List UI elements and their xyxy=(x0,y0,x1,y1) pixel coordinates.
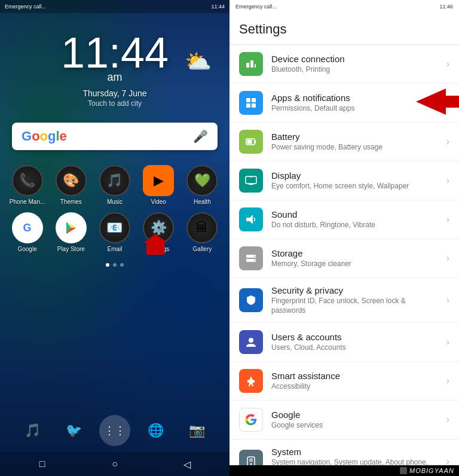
svg-rect-26 xyxy=(247,380,249,383)
dock-chrome[interactable]: 🌐 xyxy=(140,415,172,446)
svg-marker-4 xyxy=(143,234,167,255)
chevron-icon: › xyxy=(446,175,449,186)
sound-icon xyxy=(239,208,263,231)
left-status-bar: Emergency call... 11:44 xyxy=(0,0,230,13)
app-settings[interactable]: ⚙️ Settings xyxy=(140,212,177,252)
clock-date: Thursday, 7 June xyxy=(12,89,218,98)
dot-3 xyxy=(120,263,124,267)
app-google[interactable]: G Google xyxy=(9,212,45,252)
app-icon-img: 🎵 xyxy=(99,165,130,196)
chevron-icon: › xyxy=(446,214,449,225)
security-sub: Fingerprint ID, Face unlock, Screen lock… xyxy=(271,297,442,315)
sound-sub: Do not disturb, Ringtone, Vibrate xyxy=(271,221,442,230)
settings-header: Settings xyxy=(230,13,459,45)
storage-name: Storage xyxy=(271,248,442,258)
nav-triangle[interactable]: ◁ xyxy=(178,458,196,470)
chevron-icon: › xyxy=(446,414,449,425)
app-themes[interactable]: 🎨 Themes xyxy=(53,165,89,205)
dock-apps[interactable]: ⋮⋮ xyxy=(99,415,130,446)
app-icon-img: ▶ xyxy=(143,165,174,196)
chevron-icon: › xyxy=(446,337,449,347)
system-name: System xyxy=(271,447,442,457)
settings-item-google[interactable]: Google Google services › xyxy=(230,401,459,440)
app-label: Themes xyxy=(60,199,82,205)
nav-circle[interactable]: ○ xyxy=(106,458,124,470)
app-icon-img: 📞 xyxy=(12,165,43,196)
display-icon xyxy=(239,169,263,193)
app-gallery[interactable]: 🏛 Gallery xyxy=(184,212,221,252)
app-icon-img: 📧 xyxy=(99,212,130,243)
dock-camera[interactable]: 📷 xyxy=(182,415,213,446)
chevron-icon: › xyxy=(446,456,449,465)
google-settings-name: Google xyxy=(271,410,442,420)
google-settings-text: Google Google services xyxy=(271,410,442,431)
users-icon xyxy=(239,330,263,354)
google-logo: Google xyxy=(22,129,67,144)
settings-item-device-connection[interactable]: Device connection Bluetooth, Printing › xyxy=(230,45,459,84)
app-label: Gallery xyxy=(193,246,212,252)
google-settings-icon xyxy=(239,408,263,432)
app-icon-img: 🎨 xyxy=(56,165,87,196)
settings-item-apps-notifications[interactable]: Apps & notifications Permissions, Defaul… xyxy=(230,84,459,123)
app-phone-manager[interactable]: 📞 Phone Man... xyxy=(9,165,45,205)
svg-rect-32 xyxy=(249,460,253,462)
nav-square[interactable]: □ xyxy=(33,458,51,470)
page-dots xyxy=(0,263,230,267)
app-label: Music xyxy=(107,199,123,205)
svg-rect-29 xyxy=(252,385,254,386)
app-music[interactable]: 🎵 Music xyxy=(96,165,133,205)
app-health[interactable]: 💚 Health xyxy=(184,165,221,205)
settings-item-sound[interactable]: Sound Do not disturb, Ringtone, Vibrate … xyxy=(230,200,459,239)
app-play-store[interactable]: Play Store xyxy=(53,212,89,252)
app-label: Play Store xyxy=(57,246,85,252)
dot-1 xyxy=(106,263,109,267)
svg-rect-7 xyxy=(255,64,256,68)
chevron-icon: › xyxy=(446,295,449,306)
settings-item-storage[interactable]: Storage Memory, Storage cleaner › xyxy=(230,239,459,278)
dot-2 xyxy=(113,263,117,267)
google-search-bar[interactable]: Google 🎤 xyxy=(12,123,218,150)
storage-text: Storage Memory, Storage cleaner xyxy=(271,248,442,269)
svg-rect-27 xyxy=(253,380,255,383)
security-text: Security & privacy Fingerprint ID, Face … xyxy=(271,285,442,315)
system-icon xyxy=(239,450,263,465)
nav-bar-left: □ ○ ◁ xyxy=(0,452,230,476)
users-name: Users & accounts xyxy=(271,332,442,342)
right-time: 11:46 xyxy=(439,4,453,10)
svg-rect-9 xyxy=(252,98,256,102)
mic-icon[interactable]: 🎤 xyxy=(193,129,208,144)
settings-item-battery[interactable]: Battery Power saving mode, Battery usage… xyxy=(230,123,459,161)
svg-marker-12 xyxy=(416,89,459,115)
app-email[interactable]: 📧 Email xyxy=(96,212,133,252)
google-settings-sub: Google services xyxy=(271,421,442,431)
app-label: Health xyxy=(194,199,211,205)
app-label: Phone Man... xyxy=(10,199,45,205)
svg-marker-19 xyxy=(246,215,253,224)
battery-text: Battery Power saving mode, Battery usage xyxy=(271,132,442,152)
settings-item-security[interactable]: Security & privacy Fingerprint ID, Face … xyxy=(230,278,459,323)
display-name: Display xyxy=(271,170,442,181)
svg-rect-17 xyxy=(249,184,253,185)
left-status-icons: 11:44 xyxy=(211,4,225,10)
settings-item-display[interactable]: Display Eye comfort, Home screen style, … xyxy=(230,161,459,200)
app-label: Video xyxy=(151,199,166,205)
system-sub: System navigation, System update, About … xyxy=(271,458,442,465)
smart-assistance-name: Smart assistance xyxy=(271,371,442,381)
svg-rect-14 xyxy=(255,140,256,144)
app-video[interactable]: ▶ Video xyxy=(140,165,177,205)
battery-icon xyxy=(239,130,263,154)
settings-item-smart-assistance[interactable]: Smart assistance Accessibility › xyxy=(230,362,459,401)
chevron-icon: › xyxy=(446,59,449,69)
dock-bird[interactable]: 🐦 xyxy=(58,415,89,446)
settings-list: Device connection Bluetooth, Printing › … xyxy=(230,45,459,465)
settings-item-system[interactable]: System System navigation, System update,… xyxy=(230,440,459,465)
settings-item-users[interactable]: Users & accounts Users, Cloud, Accounts … xyxy=(230,323,459,362)
apps-notifications-red-arrow xyxy=(416,89,459,117)
bottom-dock: 🎵 🐦 ⋮⋮ 🌐 📷 xyxy=(0,409,230,452)
watermark-icon xyxy=(400,467,407,474)
chevron-icon: › xyxy=(446,136,449,147)
sound-name: Sound xyxy=(271,209,442,219)
device-connection-text: Device connection Bluetooth, Printing xyxy=(271,54,442,75)
dock-music[interactable]: 🎵 xyxy=(17,415,48,446)
chevron-icon: › xyxy=(446,376,449,386)
